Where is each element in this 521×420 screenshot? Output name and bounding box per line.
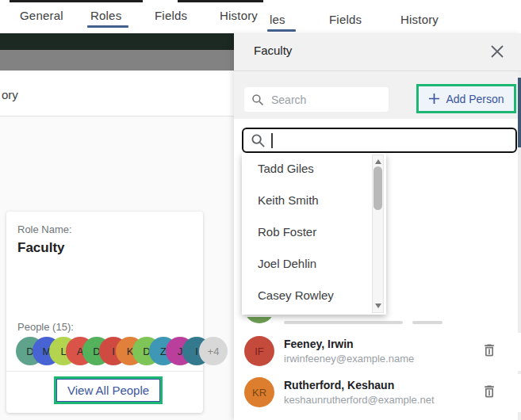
dark-toolbar-band	[0, 33, 238, 50]
clipped-text-remnant	[412, 321, 442, 324]
suggestion-item[interactable]: Rob Foster	[242, 216, 386, 248]
cropped-dark-strip	[178, 0, 263, 2]
view-all-people-button[interactable]: View All People	[56, 379, 160, 402]
suggestion-item[interactable]: Tadd Giles	[242, 153, 386, 185]
role-name-value: Faculty	[17, 240, 65, 256]
close-icon	[489, 44, 505, 59]
scroll-down-arrow-icon[interactable]	[375, 304, 381, 308]
person-name: Feeney, Irwin	[284, 338, 354, 350]
background-header-area	[0, 71, 234, 116]
plus-icon	[428, 93, 440, 105]
person-email: irwinfeeney@example.name	[284, 353, 414, 365]
avatar-overflow-badge: +4	[199, 337, 228, 365]
role-card: Role Name: Faculty People (15): D M L A …	[6, 212, 203, 413]
suggestion-item[interactable]: Casey Rowley	[242, 280, 386, 311]
list-scrollbar-thumb[interactable]	[374, 166, 382, 210]
tab-general[interactable]: General	[20, 9, 63, 22]
person-picker-search[interactable]	[242, 128, 517, 153]
delete-person-button[interactable]	[481, 342, 499, 360]
tab2-fields[interactable]: Fields	[329, 13, 362, 26]
tab-history[interactable]: History	[220, 9, 258, 22]
cropped-dark-strip	[10, 0, 143, 2]
person-name: Rutherford, Keshaun	[284, 379, 394, 391]
add-person-label: Add Person	[446, 93, 504, 105]
tab-roles[interactable]: Roles	[90, 9, 121, 22]
avatar	[244, 317, 274, 323]
close-button[interactable]	[488, 42, 507, 61]
clipped-background-text: ory	[2, 88, 18, 101]
avatar: KR	[244, 377, 274, 407]
avatar: IF	[244, 336, 274, 366]
scroll-up-arrow-icon[interactable]	[375, 159, 381, 164]
suggestion-item[interactable]: Joel Dehlin	[242, 248, 386, 280]
search-input[interactable]	[244, 87, 389, 112]
partially-hidden-person-row	[244, 317, 514, 328]
list-scrollbar[interactable]	[372, 155, 384, 313]
tab2-roles-partial[interactable]: les	[270, 13, 285, 26]
tab2-history[interactable]: History	[400, 13, 439, 26]
role-name-label: Role Name:	[17, 223, 72, 235]
person-row: KR Rutherford, Keshaun keshaunrutherford…	[234, 374, 521, 412]
clipped-text-remnant	[284, 321, 403, 324]
people-count-label: People (15):	[17, 321, 74, 333]
card-footer-divider	[6, 371, 203, 372]
suggestion-item[interactable]: Keith Smith	[242, 185, 386, 216]
avatar-stack: D M L A D I K D Z J I +4	[16, 337, 228, 365]
gray-toolbar-band	[0, 50, 238, 71]
search-icon	[251, 133, 266, 148]
person-suggestion-list: Tadd Giles Keith Smith Rob Foster Joel D…	[242, 153, 386, 315]
person-picker-input[interactable]	[270, 130, 508, 151]
delete-person-button[interactable]	[481, 384, 499, 401]
trash-icon	[481, 384, 497, 399]
text-cursor	[271, 133, 273, 148]
screen: General Roles Fields History les Fields …	[0, 0, 521, 420]
add-person-button[interactable]: Add Person	[416, 84, 516, 113]
panel-title: Faculty	[254, 44, 292, 57]
panel-scrollbar-thumb[interactable]	[518, 78, 521, 147]
trash-icon	[481, 342, 497, 358]
person-row: IF Feeney, Irwin irwinfeeney@example.nam…	[234, 333, 521, 371]
tab-fields[interactable]: Fields	[155, 9, 187, 22]
view-all-people-highlight: View All People	[54, 376, 163, 404]
person-email: keshaunrutherford@example.net	[284, 394, 435, 406]
active-tab2-underline	[267, 29, 296, 32]
active-tab-underline	[87, 25, 128, 28]
